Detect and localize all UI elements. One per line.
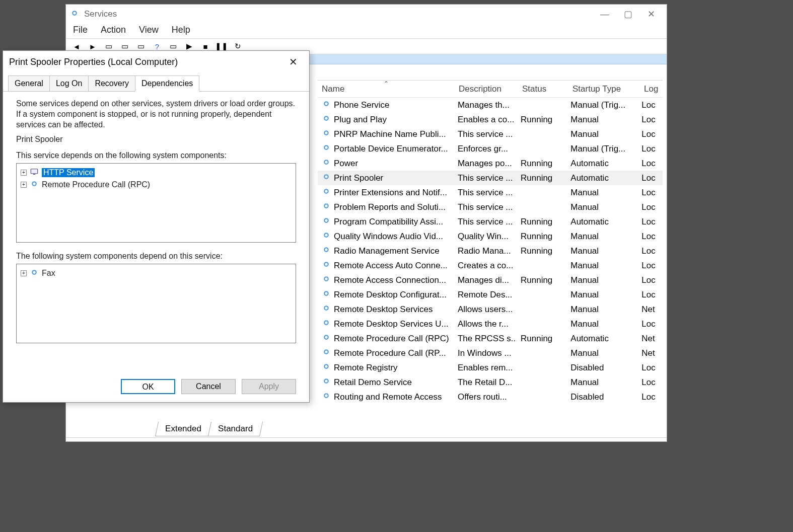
service-status: Running [517,275,566,285]
table-row[interactable]: Remote Access Auto Conne...Creates a co.… [318,258,663,273]
service-logon: Loc [637,217,663,227]
dependents-tree[interactable]: +Fax [16,264,296,343]
tree-node[interactable]: +Remote Procedure Call (RPC) [21,179,292,191]
dialog-close-icon[interactable]: ✕ [283,56,303,68]
table-row[interactable]: Remote Access Connection...Manages di...… [318,273,663,287]
tab-recovery[interactable]: Recovery [88,75,135,92]
menu-file[interactable]: File [73,25,88,35]
gear-icon [322,201,331,213]
ok-button[interactable]: OK [121,379,175,394]
svg-point-41 [326,381,327,382]
service-start: Manual [566,348,637,358]
service-name: Plug and Play [334,115,387,125]
table-row[interactable]: Remote RegistryEnables rem...DisabledLoc [318,360,663,375]
minimize-button[interactable]: — [593,7,616,22]
table-row[interactable]: Print SpoolerThis service ...RunningAuto… [318,171,663,185]
service-name: Remote Access Connection... [334,275,446,285]
dialog-titlebar[interactable]: Print Spooler Properties (Local Computer… [3,51,309,73]
tab-standard[interactable]: Standard [208,422,263,436]
table-row[interactable]: Quality Windows Audio Vid...Quality Win.… [318,229,663,244]
tab-logon[interactable]: Log On [49,75,89,92]
table-row[interactable]: Program Compatibility Assi...This servic… [318,214,663,229]
dialog-title: Print Spooler Properties (Local Computer… [9,57,178,67]
menu-action[interactable]: Action [101,25,126,35]
table-row[interactable]: Remote Procedure Call (RP...In Windows .… [318,346,663,360]
service-start: Manual [566,246,637,256]
service-logon: Loc [637,232,663,242]
table-row[interactable]: PNRP Machine Name Publi...This service .… [318,127,663,141]
column-startup[interactable]: Startup Type [568,84,640,94]
table-row[interactable]: Remote Desktop Configurat...Remote Des..… [318,287,663,302]
tree-node-label: Fax [42,269,55,278]
list-body[interactable]: Phone ServiceManages th...Manual (Trig..… [318,98,663,418]
menu-help[interactable]: Help [172,25,190,35]
table-row[interactable]: Remote Desktop Services U...Allows the r… [318,317,663,331]
apply-button[interactable]: Apply [242,379,296,394]
column-name[interactable]: Name⌃ [318,84,455,94]
svg-point-27 [326,278,327,280]
service-name: Remote Access Auto Conne... [334,261,448,271]
service-desc: Enables a co... [454,115,517,125]
main-titlebar[interactable]: Services — ▢ ✕ [66,5,667,24]
tab-general[interactable]: General [8,75,50,92]
dependents-label: The following system components depend o… [16,252,296,261]
gear-icon [322,231,331,242]
svg-point-17 [326,205,327,207]
gear-icon [322,216,331,227]
service-status: Running [517,246,566,256]
depends-on-tree[interactable]: +HTTP Service+Remote Procedure Call (RPC… [16,163,296,243]
maximize-button[interactable]: ▢ [616,7,639,22]
table-row[interactable]: Remote Procedure Call (RPC)The RPCSS s..… [318,331,663,346]
table-row[interactable]: Portable Device Enumerator...Enforces gr… [318,141,663,156]
service-start: Manual (Trig... [566,144,637,154]
table-row[interactable]: Phone ServiceManages th...Manual (Trig..… [318,98,663,112]
tab-dependencies[interactable]: Dependencies [135,75,199,92]
tree-node[interactable]: +Fax [21,267,292,279]
tree-node-icon [30,179,39,190]
expand-icon[interactable]: + [21,182,27,188]
menu-view[interactable]: View [139,25,159,35]
services-gear-icon [70,9,79,20]
column-logon[interactable]: Log [640,84,660,94]
service-start: Manual (Trig... [566,100,637,110]
service-logon: Loc [637,159,663,169]
table-row[interactable]: Radio Management ServiceRadio Mana...Run… [318,244,663,258]
column-status[interactable]: Status [518,84,568,94]
table-row[interactable]: Retail Demo ServiceThe Retail D...Manual… [318,375,663,390]
depends-on-label: This service depends on the following sy… [16,151,296,160]
svg-point-47 [34,183,35,185]
service-desc: The RPCSS s... [454,334,517,344]
gear-icon [322,376,331,388]
tab-extended[interactable]: Extended [155,422,211,436]
svg-point-21 [326,235,327,236]
expand-icon[interactable]: + [21,170,27,176]
table-row[interactable]: PowerManages po...RunningAutomaticLoc [318,156,663,171]
service-desc: Creates a co... [454,261,517,271]
service-start: Manual [566,305,637,315]
table-row[interactable]: Printer Extensions and Notif...This serv… [318,185,663,200]
expand-icon[interactable]: + [21,270,27,276]
svg-point-13 [326,176,327,178]
properties-dialog: Print Spooler Properties (Local Computer… [3,50,310,403]
tree-node[interactable]: +HTTP Service [21,167,292,179]
service-logon: Net [637,348,663,358]
service-desc: The Retail D... [454,377,517,388]
svg-point-19 [326,220,327,221]
close-button[interactable]: ✕ [639,7,663,22]
cancel-button[interactable]: Cancel [181,379,236,394]
svg-point-49 [34,272,35,273]
service-name: Program Compatibility Assi... [334,217,443,227]
service-desc: Offers routi... [454,392,517,402]
dialog-body: Some services depend on other services, … [3,92,309,343]
service-start: Manual [566,377,637,388]
table-row[interactable]: Plug and PlayEnables a co...RunningManua… [318,112,663,127]
service-status: Running [517,232,566,242]
gear-icon [322,187,331,198]
column-desc[interactable]: Description [455,84,518,94]
services-list: Name⌃ Description Status Startup Type Lo… [318,80,663,418]
table-row[interactable]: Problem Reports and Soluti...This servic… [318,200,663,214]
table-row[interactable]: Remote Desktop ServicesAllows users...Ma… [318,302,663,317]
service-logon: Loc [637,188,663,198]
tree-node-icon [30,167,39,178]
table-row[interactable]: Routing and Remote AccessOffers routi...… [318,390,663,404]
